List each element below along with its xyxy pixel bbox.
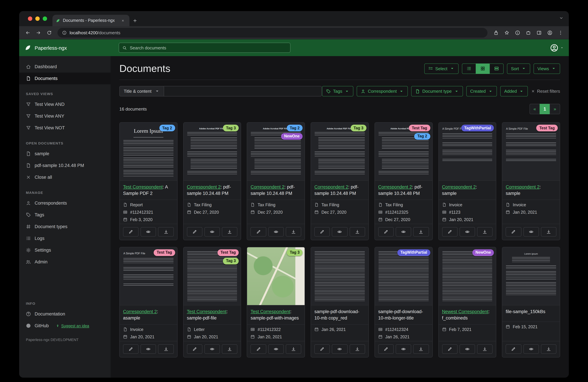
edit-button[interactable] (187, 344, 202, 354)
view-button[interactable] (460, 227, 475, 237)
view-button[interactable] (268, 227, 284, 237)
search-input[interactable] (130, 45, 287, 50)
document-thumbnail[interactable]: A Simple PDF FileTest Tag (503, 123, 560, 181)
page-1-button[interactable]: 1 (540, 104, 550, 114)
filter-tags-button[interactable]: Tags (322, 86, 353, 96)
document-card[interactable]: Adobe Acrobat PDF FilesTest TagTag 2 Cor… (375, 122, 433, 240)
browser-menu-button[interactable] (555, 28, 566, 38)
view-button[interactable] (460, 344, 475, 354)
tag-badge-tag-3[interactable]: Tag 3 (287, 249, 303, 256)
edit-button[interactable] (187, 227, 202, 237)
next-page-button[interactable]: » (550, 104, 560, 114)
sidebar-item-document-types[interactable]: Document types (19, 221, 111, 233)
tab-search-button[interactable] (559, 16, 564, 20)
reload-button[interactable] (44, 28, 54, 38)
side-panel-button[interactable] (534, 28, 544, 38)
document-card[interactable]: Tag 3 Test Correspondent: sample-pdf-wit… (247, 247, 305, 358)
sidebar-item-logs[interactable]: Logs (19, 233, 111, 244)
download-button[interactable] (286, 344, 301, 354)
user-menu[interactable] (550, 43, 564, 52)
document-thumbnail[interactable]: A Simple PDF FileTagWithPartial (439, 123, 496, 181)
download-button[interactable] (158, 344, 174, 354)
edit-button[interactable] (506, 227, 521, 237)
document-thumbnail[interactable]: Adobe Acrobat PDF FilesTag 3 (311, 123, 368, 181)
download-button[interactable] (477, 227, 493, 237)
close-window-button[interactable] (28, 17, 32, 21)
minimize-window-button[interactable] (35, 17, 40, 21)
bookmark-button[interactable] (502, 28, 512, 38)
sidebar-item-pdf-sample-10-24-48-pm[interactable]: pdf-sample 10.24.48 PM (19, 160, 111, 171)
download-button[interactable] (158, 227, 174, 237)
correspondent-link[interactable]: Correspondent 2 (506, 184, 540, 189)
correspondent-link[interactable]: Correspondent 2 (442, 184, 476, 189)
document-card[interactable]: TagWithPartial sample-pdf-download-10-mb… (375, 247, 433, 358)
view-button[interactable] (523, 227, 539, 237)
download-button[interactable] (222, 227, 237, 237)
download-button[interactable] (286, 227, 301, 237)
document-card[interactable]: A Simple PDF FileTest Tag Correspondent … (502, 122, 560, 240)
sidebar-item-test-view-and[interactable]: Test View AND (19, 99, 111, 110)
correspondent-link[interactable]: Test Correspondent (187, 309, 226, 314)
download-button[interactable] (541, 344, 556, 354)
share-button[interactable] (491, 28, 501, 38)
document-card[interactable]: Lorem ipsum file-sample_150kBs Feb 15, 2… (502, 247, 560, 358)
filter-added-button[interactable]: Added (500, 86, 528, 96)
document-card[interactable]: Adobe Acrobat PDF FilesTag 3 Corresponde… (311, 122, 369, 240)
view-button[interactable] (332, 344, 347, 354)
document-thumbnail[interactable] (311, 247, 368, 305)
document-thumbnail[interactable]: Adobe Acrobat PDF FilesTag 3 (183, 123, 241, 181)
document-card[interactable]: NewOne Newest Correspondent: f_combineds… (438, 247, 496, 358)
views-button[interactable]: Views (533, 63, 560, 74)
previous-page-button[interactable]: « (529, 104, 540, 114)
document-card[interactable]: A Simple PDF FileTagWithPartial Correspo… (438, 122, 496, 240)
tag-badge-test-tag[interactable]: Test Tag (536, 125, 558, 131)
view-button[interactable] (523, 344, 539, 354)
document-thumbnail[interactable]: Lorem ipsum (503, 247, 560, 305)
document-card[interactable]: A Simple PDF FileTest Tag Correspondent … (119, 247, 177, 358)
document-thumbnail[interactable]: Tag 3 (247, 247, 305, 305)
view-button[interactable] (396, 344, 411, 354)
document-card[interactable]: Test TagTag 3 Test Correspondent: sample… (183, 247, 241, 358)
filter-correspondent-button[interactable]: Correspondent (357, 86, 408, 96)
sidebar-item-dashboard[interactable]: Dashboard (19, 61, 111, 73)
document-thumbnail[interactable]: NewOne (439, 247, 496, 305)
sidebar-item-github[interactable]: GitHubSuggest an idea (19, 320, 111, 332)
sidebar-item-tags[interactable]: Tags (19, 209, 111, 221)
tag-badge-tag-2[interactable]: Tag 2 (287, 125, 303, 131)
edit-button[interactable] (442, 344, 457, 354)
edit-button[interactable] (251, 227, 266, 237)
download-button[interactable] (541, 227, 556, 237)
view-button[interactable] (268, 344, 284, 354)
edit-button[interactable] (314, 344, 330, 354)
filter-document-type-button[interactable]: Document type (411, 86, 463, 96)
tag-badge-tagwithpartial[interactable]: TagWithPartial (397, 249, 430, 256)
tag-badge-tag-3[interactable]: Tag 3 (223, 125, 239, 131)
correspondent-link[interactable]: Test Correspondent (123, 184, 163, 189)
select-button[interactable]: Select (424, 63, 458, 74)
download-button[interactable] (222, 344, 237, 354)
document-thumbnail[interactable]: A Simple PDF FileTest Tag (120, 247, 177, 305)
tag-badge-test-tag[interactable]: Test Tag (409, 125, 430, 131)
document-card[interactable]: sample-pdf-download-10-mb copy_red Jan 2… (311, 247, 369, 358)
document-thumbnail[interactable]: Lorem IpsumTag 2 (120, 123, 177, 181)
extensions-button[interactable] (523, 28, 533, 38)
correspondent-link[interactable]: Newest Correspondent (442, 309, 488, 314)
download-button[interactable] (413, 227, 429, 237)
correspondent-link[interactable]: Correspondent 2 (187, 184, 221, 189)
sidebar-item-test-view-not[interactable]: Test View NOT (19, 122, 111, 134)
edit-button[interactable] (506, 344, 521, 354)
download-button[interactable] (477, 344, 493, 354)
forward-button[interactable] (33, 28, 43, 38)
edit-button[interactable] (442, 227, 457, 237)
edit-button[interactable] (251, 344, 266, 354)
detail-view-button[interactable] (489, 63, 504, 74)
document-thumbnail[interactable]: TagWithPartial (375, 247, 432, 305)
list-view-button[interactable] (462, 63, 476, 74)
tag-badge-tag-3[interactable]: Tag 3 (223, 258, 239, 264)
sidebar-item-close-all[interactable]: Close all (19, 171, 111, 183)
edit-button[interactable] (378, 344, 394, 354)
view-button[interactable] (332, 227, 347, 237)
sidebar-item-documentation[interactable]: Documentation (19, 308, 111, 320)
sidebar-item-documents[interactable]: Documents (19, 73, 111, 84)
reset-filters-button[interactable]: Reset filters (531, 89, 560, 94)
